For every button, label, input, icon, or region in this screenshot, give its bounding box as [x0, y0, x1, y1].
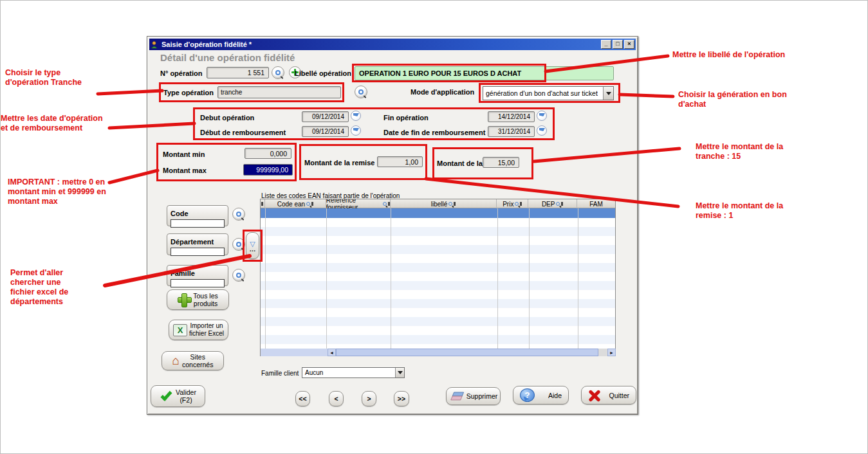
- grid-header-fam[interactable]: FAM: [577, 199, 615, 208]
- title-bar[interactable]: Saisie d'opération fidélité * _ □ ×: [149, 39, 636, 50]
- code-label: Code: [171, 210, 189, 217]
- button-label: Supprimer: [466, 392, 497, 400]
- nav-previous-button[interactable]: <: [329, 391, 344, 406]
- scroll-right-arrow[interactable]: ►: [607, 349, 616, 356]
- dropdown-arrow-button[interactable]: [603, 87, 613, 100]
- calendar-icon-fin-remboursement[interactable]: [537, 125, 547, 136]
- code-search-button[interactable]: [232, 208, 245, 221]
- num-operation-field[interactable]: 1 551: [207, 67, 269, 78]
- famille-client-select[interactable]: Aucun: [302, 367, 405, 378]
- help-icon: ?: [520, 388, 535, 402]
- fin-remboursement-label: Date de fin de remboursement: [383, 129, 485, 136]
- valider-button[interactable]: Valider (F2): [151, 385, 205, 407]
- nav-last-icon: >>: [398, 395, 405, 403]
- montant-min-field[interactable]: 0,000: [245, 148, 291, 159]
- scrollbar-thumb[interactable]: [336, 349, 598, 356]
- fin-operation-field[interactable]: 14/12/2014: [488, 111, 535, 122]
- supprimer-button[interactable]: Supprimer: [446, 387, 501, 405]
- column-label: DEP: [542, 201, 555, 208]
- chevron-down-icon: [398, 371, 403, 374]
- grid-header: Code ean Référence fournisseur libellé P…: [261, 199, 615, 208]
- nav-last-button[interactable]: >>: [394, 391, 409, 406]
- magnifier-icon: [236, 273, 241, 278]
- calendar-icon-fin-operation[interactable]: [537, 111, 547, 121]
- departement-input[interactable]: [171, 248, 225, 256]
- annotation-libelle: Mettre le libellé de l'opération: [672, 50, 811, 60]
- importer-fichier-excel-button[interactable]: X Importer un fichier Excel: [169, 320, 228, 340]
- grid-header-reference-fournisseur[interactable]: Référence fournisseur: [326, 199, 391, 208]
- close-button[interactable]: ×: [624, 40, 634, 49]
- column-separator: [391, 208, 391, 349]
- type-operation-label: Type opération: [163, 89, 214, 96]
- column-label: Code ean: [277, 201, 305, 208]
- libelle-label: Libellé opération: [295, 69, 351, 77]
- nav-first-button[interactable]: <<: [295, 391, 310, 406]
- pin-icon: [388, 202, 390, 206]
- scrollbar-gutter: [598, 349, 607, 356]
- debut-operation-field[interactable]: 09/12/2014: [302, 111, 349, 122]
- type-operation-field[interactable]: tranche: [217, 86, 341, 98]
- calendar-icon-debut-operation[interactable]: [351, 111, 361, 121]
- magnifier-icon: [448, 202, 452, 206]
- magnifier-icon: [515, 202, 519, 206]
- num-operation-search-button[interactable]: [272, 66, 284, 79]
- famille-input[interactable]: [171, 279, 225, 287]
- column-label: Référence fournisseur: [326, 199, 382, 208]
- user-icon: [151, 41, 159, 49]
- button-label: Tous les produits: [193, 292, 218, 307]
- montant-tranche-label: Montant de la: [437, 159, 483, 167]
- grid-header-dep[interactable]: DEP: [528, 199, 577, 208]
- pin-icon: [311, 202, 313, 206]
- montant-remise-field[interactable]: 1,00: [377, 156, 423, 167]
- grid-header-libelle[interactable]: libellé: [391, 199, 497, 208]
- debut-remboursement-field[interactable]: 09/12/2014: [302, 126, 349, 137]
- magnifier-icon: [358, 89, 364, 95]
- famille-label: Famille: [171, 269, 195, 277]
- pin-icon: [454, 202, 456, 206]
- aide-button[interactable]: ? Aide: [513, 386, 569, 404]
- famille-search-button[interactable]: [232, 269, 245, 282]
- ean-grid: Code ean Référence fournisseur libellé P…: [260, 199, 616, 356]
- grid-header-prix[interactable]: Prix: [497, 199, 528, 208]
- code-input[interactable]: [171, 219, 225, 228]
- mode-application-select[interactable]: génération d'un bon d'achat sur ticket: [483, 86, 614, 100]
- tous-les-produits-button[interactable]: Tous les produits: [167, 289, 229, 310]
- annotation-dates: Mettre les date d'opération et de rembou…: [1, 114, 111, 133]
- button-label: Importer un fichier Excel: [189, 322, 224, 338]
- dropdown-arrow-button[interactable]: [395, 368, 404, 377]
- horizontal-scrollbar[interactable]: ◄ ►: [261, 349, 615, 356]
- departement-excel-filter-button[interactable]: ▽ …: [246, 232, 259, 259]
- calendar-icon-debut-remboursement[interactable]: [351, 125, 361, 136]
- magnifier-icon: [383, 202, 387, 206]
- plus-icon: [178, 293, 190, 306]
- maximize-button[interactable]: □: [613, 40, 623, 49]
- minimize-button[interactable]: _: [601, 40, 611, 49]
- grid-header-pin[interactable]: [261, 199, 265, 208]
- montant-max-field[interactable]: 999999,00: [243, 164, 293, 176]
- famille-client-value: Aucun: [302, 369, 395, 376]
- ellipsis-icon: …: [250, 248, 256, 251]
- scroll-left-arrow[interactable]: ◄: [328, 349, 336, 356]
- annotation-excel-filter: Permet d'aller chercher une fichier exce…: [10, 268, 84, 307]
- fin-remboursement-field[interactable]: 31/12/2014: [488, 126, 535, 137]
- departement-search-button[interactable]: [232, 238, 245, 251]
- grid-selected-row[interactable]: [261, 208, 615, 218]
- nav-next-icon: >: [367, 395, 371, 403]
- libelle-field[interactable]: OPERATION 1 EURO POUR 15 EUROS D ACHAT: [355, 66, 614, 80]
- grid-header-code-ean[interactable]: Code ean: [265, 199, 326, 208]
- nav-first-icon: <<: [299, 395, 306, 403]
- famille-search-panel: Famille: [167, 265, 228, 286]
- montant-tranche-field[interactable]: 15,00: [483, 157, 519, 168]
- debut-operation-label: Debut opération: [200, 114, 254, 122]
- num-operation-label: N° opération: [160, 69, 203, 77]
- sites-concernes-button[interactable]: ⌂ Sites concernés: [162, 351, 224, 370]
- pin-icon: [520, 202, 522, 206]
- type-operation-search-button[interactable]: [355, 86, 367, 98]
- departement-label: Département: [171, 238, 214, 246]
- nav-next-button[interactable]: >: [362, 391, 376, 406]
- column-separator: [265, 208, 266, 349]
- grid-body[interactable]: [261, 218, 615, 349]
- app-window: Saisie d'opération fidélité * _ □ × Déta…: [147, 36, 638, 415]
- column-label: Prix: [503, 201, 513, 208]
- quitter-button[interactable]: Quitter: [581, 386, 636, 404]
